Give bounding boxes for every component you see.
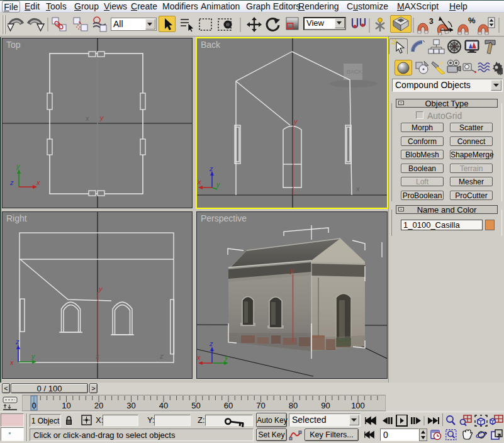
svg-text:x: x: [197, 354, 201, 361]
svg-text:x: x: [86, 115, 89, 122]
svg-text:x: x: [197, 178, 201, 186]
svg-text:3: 3: [429, 17, 434, 26]
svg-text:90: 90: [321, 401, 330, 410]
svg-text:0: 0: [31, 401, 36, 410]
svg-text:z: z: [209, 165, 213, 172]
svg-text:z: z: [159, 352, 164, 360]
svg-text:70: 70: [256, 401, 265, 410]
svg-text:y: y: [216, 181, 221, 188]
svg-text:20: 20: [94, 401, 103, 410]
svg-text:z: z: [209, 340, 213, 347]
svg-text:y: y: [31, 352, 36, 360]
svg-text:z: z: [9, 179, 14, 186]
svg-text:10: 10: [62, 401, 70, 410]
svg-text:40: 40: [159, 401, 168, 410]
svg-text:y: y: [98, 285, 103, 293]
svg-text:30: 30: [126, 401, 135, 410]
svg-text:x: x: [9, 359, 14, 366]
svg-text:x: x: [95, 352, 99, 360]
svg-text:y: y: [16, 162, 21, 170]
svg-text:y: y: [293, 118, 298, 125]
svg-text:z: z: [15, 338, 20, 345]
svg-text:y: y: [224, 354, 229, 361]
svg-text:80: 80: [289, 401, 298, 410]
svg-text:y: y: [99, 114, 104, 121]
svg-text:BACK: BACK: [347, 69, 362, 75]
svg-text:60: 60: [224, 401, 233, 410]
svg-text:x: x: [356, 185, 360, 193]
svg-text:x: x: [36, 179, 40, 186]
svg-text:100: 100: [351, 401, 365, 410]
svg-text:50: 50: [191, 401, 200, 410]
svg-text:%: %: [468, 16, 476, 25]
